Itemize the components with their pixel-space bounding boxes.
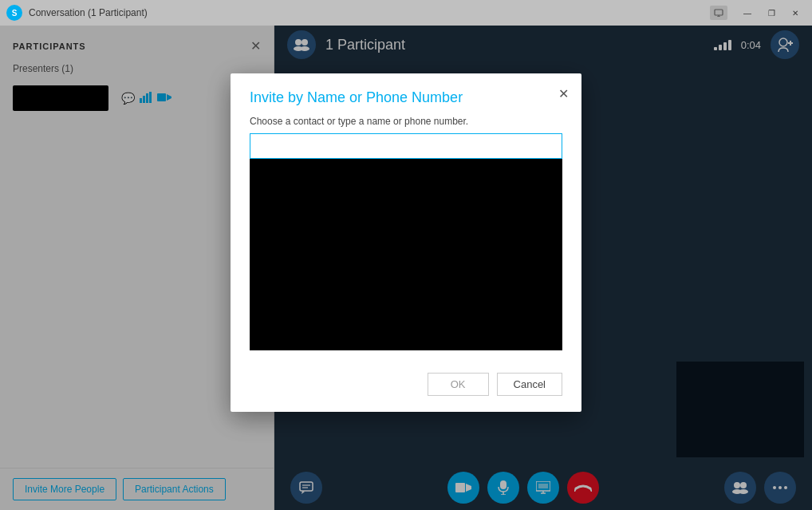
- modal-cancel-button[interactable]: Cancel: [497, 373, 562, 396]
- minimize-button[interactable]: —: [737, 5, 758, 21]
- title-bar: S Conversation (1 Participant) — ❐ ✕: [0, 0, 812, 26]
- window-controls: — ❐ ✕: [737, 5, 806, 21]
- close-button[interactable]: ✕: [785, 5, 806, 21]
- modal-overlay: Invite by Name or Phone Number ✕ Choose …: [0, 26, 812, 510]
- modal-footer: OK Cancel: [231, 363, 581, 412]
- svg-rect-0: [715, 10, 723, 15]
- modal-body: Choose a contact or type a name or phone…: [231, 113, 581, 363]
- title-bar-extra-icons: [710, 6, 727, 20]
- modal-title: Invite by Name or Phone Number: [250, 89, 562, 106]
- modal-description: Choose a contact or type a name or phone…: [250, 116, 562, 127]
- invite-modal: Invite by Name or Phone Number ✕ Choose …: [231, 73, 581, 412]
- contacts-list: [250, 159, 562, 350]
- screen-icon: [710, 6, 727, 20]
- modal-ok-button[interactable]: OK: [428, 373, 489, 396]
- invite-search-input[interactable]: [250, 133, 562, 159]
- app-logo: S: [6, 5, 22, 21]
- modal-close-button[interactable]: ✕: [558, 86, 569, 101]
- window-title: Conversation (1 Participant): [29, 7, 148, 18]
- maximize-button[interactable]: ❐: [761, 5, 782, 21]
- modal-header: Invite by Name or Phone Number ✕: [231, 73, 581, 113]
